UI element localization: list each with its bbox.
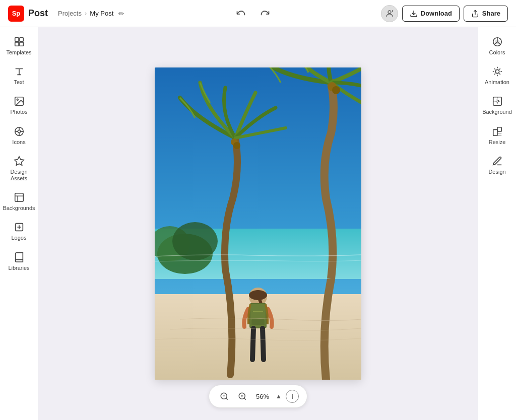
animation-icon <box>492 66 503 77</box>
sidebar-item-photos[interactable]: Photos <box>0 91 38 120</box>
share-button[interactable]: Share <box>464 6 508 22</box>
beach-scene <box>155 67 361 380</box>
download-button[interactable]: Download <box>402 6 460 22</box>
design-assets-icon <box>14 156 25 167</box>
share-label: Share <box>482 10 500 17</box>
user-avatar[interactable] <box>381 5 398 22</box>
svg-point-32 <box>249 290 267 300</box>
text-icon <box>14 66 25 77</box>
redo-button[interactable] <box>257 6 273 22</box>
sidebar-item-backgrounds[interactable]: Backgrounds <box>0 187 38 217</box>
zoom-dropdown-arrow[interactable]: ▲ <box>276 393 282 400</box>
libraries-icon <box>14 252 25 263</box>
colors-icon <box>492 36 503 47</box>
svg-rect-35 <box>251 319 265 325</box>
zoom-out-button[interactable] <box>217 389 231 403</box>
sidebar-item-animation[interactable]: Animation <box>478 61 516 91</box>
svg-rect-16 <box>15 193 23 202</box>
app-name: Post <box>28 8 48 19</box>
sidebar-item-colors[interactable]: Colors <box>478 31 516 61</box>
svg-line-40 <box>226 398 228 399</box>
zoom-in-button[interactable] <box>235 389 249 403</box>
templates-label: Templates <box>6 49 31 56</box>
resize-icon <box>492 126 503 137</box>
main-area: Templates Text Photos Icons <box>0 27 516 420</box>
photos-label: Photos <box>10 109 27 115</box>
icons-icon <box>14 126 25 137</box>
background-icon <box>492 96 503 107</box>
svg-point-28 <box>332 86 340 94</box>
sidebar-item-libraries[interactable]: Libraries <box>0 247 38 276</box>
svg-point-0 <box>388 11 391 14</box>
svg-rect-6 <box>19 42 23 46</box>
svg-point-10 <box>18 130 21 133</box>
header-center <box>131 6 374 22</box>
sidebar-item-text[interactable]: Text <box>0 61 38 91</box>
design-label: Design <box>488 169 505 175</box>
svg-line-43 <box>244 398 246 399</box>
header-right: Download Share <box>381 5 508 22</box>
breadcrumb-separator: › <box>85 10 87 17</box>
svg-rect-5 <box>15 42 18 46</box>
download-label: Download <box>421 10 452 17</box>
logos-icon <box>14 222 25 233</box>
zoom-value: 56% <box>253 393 272 400</box>
canvas-area: 56% ▲ i <box>38 27 478 420</box>
icons-label: Icons <box>12 139 25 146</box>
svg-rect-4 <box>19 38 23 41</box>
svg-point-8 <box>17 99 18 101</box>
backgrounds-icon <box>14 192 25 203</box>
backgrounds-label: Backgrounds <box>3 205 35 212</box>
design-assets-label: Design Assets <box>2 169 36 182</box>
sidebar-item-background[interactable]: Background <box>478 91 516 120</box>
header: Sp Post Projects › My Post ✏ <box>0 0 516 27</box>
edit-title-icon[interactable]: ✏ <box>118 10 124 18</box>
background-label: Background <box>482 109 512 115</box>
right-sidebar: Colors Animation Background <box>478 27 516 420</box>
sidebar-item-resize[interactable]: Resize <box>478 121 516 151</box>
undo-button[interactable] <box>233 6 249 22</box>
templates-icon <box>14 36 25 47</box>
left-sidebar: Templates Text Photos Icons <box>0 27 38 420</box>
design-icon <box>492 156 503 167</box>
text-label: Text <box>14 79 24 86</box>
info-button[interactable]: i <box>286 390 299 403</box>
svg-marker-15 <box>14 157 23 165</box>
breadcrumb-current: My Post <box>90 10 113 17</box>
animation-label: Animation <box>485 79 509 86</box>
logos-label: Logos <box>12 235 27 241</box>
libraries-label: Libraries <box>8 265 29 271</box>
canvas-image[interactable] <box>155 67 361 380</box>
photos-icon <box>14 96 25 107</box>
svg-rect-54 <box>497 127 501 131</box>
logo-icon: Sp <box>8 6 24 22</box>
sidebar-item-icons[interactable]: Icons <box>0 121 38 151</box>
bottom-toolbar: 56% ▲ i <box>209 385 307 408</box>
sidebar-item-logos[interactable]: Logos <box>0 217 38 246</box>
canvas-container <box>155 67 361 380</box>
breadcrumb: Projects › My Post ✏ <box>58 10 124 18</box>
svg-rect-3 <box>15 38 18 41</box>
sidebar-item-design-assets[interactable]: Design Assets <box>0 151 38 187</box>
breadcrumb-parent[interactable]: Projects <box>58 10 82 17</box>
svg-point-26 <box>233 142 240 149</box>
svg-point-48 <box>495 70 499 74</box>
sidebar-item-templates[interactable]: Templates <box>0 31 38 61</box>
svg-rect-53 <box>493 129 497 135</box>
colors-label: Colors <box>489 49 505 56</box>
logo-area: Sp Post <box>8 6 48 22</box>
sidebar-item-design[interactable]: Design <box>478 151 516 180</box>
resize-label: Resize <box>489 139 506 146</box>
